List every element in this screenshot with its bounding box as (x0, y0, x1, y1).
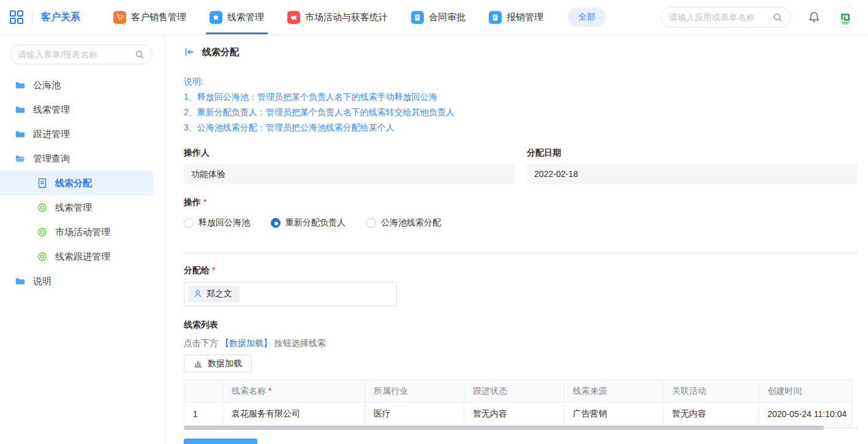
sidebar-item-lead-assign[interactable]: 线索分配 (0, 171, 153, 195)
sidebar-folder-follow-up[interactable]: 跟进管理 (0, 122, 165, 146)
sidebar-folder-instructions[interactable]: 说明 (0, 269, 165, 293)
hint-text: 按钮选择线索 (272, 338, 326, 348)
operator-input[interactable]: 功能体验 (184, 164, 515, 184)
folder-icon (15, 104, 26, 115)
report-icon (37, 251, 48, 262)
operator-label: 操作人 (184, 148, 515, 159)
sidebar-item-label: 公海池 (33, 80, 61, 91)
instruction-line: 1、释放回公海池：管理员把某个负责人名下的线索手动释放回公海 (184, 89, 858, 105)
assign-to-input[interactable]: 郑之文 (184, 282, 397, 306)
nav-tab-customer-sales[interactable]: 客户销售管理 (110, 0, 190, 34)
sidebar-search (10, 45, 153, 64)
user-tag[interactable]: 郑之文 (188, 286, 240, 303)
col-industry: 所属行业 (365, 380, 464, 402)
sidebar-folder-public-pool[interactable]: 公海池 (0, 73, 165, 97)
document-icon (411, 11, 424, 24)
receipt-icon (489, 11, 502, 24)
radio-icon[interactable] (184, 218, 194, 228)
sidebar: 公海池 线索管理 跟进管理 (0, 35, 165, 444)
sidebar-item-lead-manage-report[interactable]: 线索管理 (0, 195, 165, 220)
assign-date-label: 分配日期 (527, 148, 858, 159)
sidebar-folder-lead-management[interactable]: 线索管理 (0, 97, 165, 122)
search-icon (772, 12, 783, 23)
lead-table-header-row: 线索名称* 所属行业 跟进状态 线索来源 关联活动 创建时间 (184, 380, 852, 402)
scrollbar-thumb[interactable] (184, 426, 824, 430)
nav-tab-lead-management[interactable]: 线索管理 (206, 0, 268, 34)
radio-release-to-pool[interactable]: 释放回公海池 (184, 217, 250, 228)
sidebar-item-label: 线索管理 (33, 104, 70, 116)
cell-lead-name: 袁花服务有限公司 (223, 402, 365, 426)
instructions-block: 说明: 1、释放回公海池：管理员把某个负责人名下的线索手动释放回公海 2、重新分… (184, 74, 858, 135)
hint-load-link[interactable]: 【数据加载】 (221, 338, 272, 348)
sidebar-item-lead-follow-manage[interactable]: 线索跟进管理 (0, 244, 165, 269)
cart-icon (113, 11, 126, 24)
col-lead-name: 线索名称* (223, 380, 365, 402)
radio-label: 释放回公海池 (198, 217, 250, 228)
nav-tab-label: 客户销售管理 (131, 12, 186, 23)
app-tabs: 客户销售管理 线索管理 市场活动与获客统计 (94, 0, 547, 34)
person-icon (193, 289, 203, 299)
sidebar-item-market-activity-manage[interactable]: 市场活动管理 (0, 220, 165, 244)
search-icon (135, 50, 145, 59)
sidebar-item-label: 线索跟进管理 (55, 251, 110, 263)
page-title: 线索分配 (202, 47, 239, 58)
folder-icon (15, 80, 26, 91)
main-content: 线索分配 说明: 1、释放回公海池：管理员把某个负责人名下的线索手动释放回公海 … (165, 35, 868, 444)
nav-tab-label: 线索管理 (227, 12, 264, 23)
folder-icon (15, 276, 26, 287)
lead-list-title: 线索列表 (184, 320, 858, 331)
radio-icon-checked[interactable] (271, 218, 281, 228)
sidebar-item-label: 说明 (33, 276, 51, 287)
bar-chart-icon (194, 359, 203, 368)
report-icon (37, 202, 48, 213)
lead-table: 线索名称* 所属行业 跟进状态 线索来源 关联活动 创建时间 1 袁花服务有限公… (184, 380, 852, 426)
nav-tab-label: 市场活动与获客统计 (305, 12, 388, 23)
nav-tab-label: 报销管理 (507, 12, 543, 23)
lead-list-section: 线索列表 点击下方 【数据加载】 按钮选择线索 数据加载 (184, 320, 858, 432)
sidebar-folder-admin-query[interactable]: 管理查询 (0, 146, 165, 171)
hint-text: 点击下方 (184, 338, 221, 348)
assign-date-input[interactable]: 2022-02-18 (527, 164, 858, 184)
col-index (184, 380, 223, 402)
sidebar-tree: 公海池 线索管理 跟进管理 (0, 73, 165, 293)
star-icon (209, 11, 222, 24)
cell-industry: 医疗 (365, 402, 464, 426)
nav-tab-marketing-stats[interactable]: 市场活动与获客统计 (284, 0, 391, 34)
sidebar-item-label: 线索分配 (55, 178, 92, 189)
megaphone-icon (287, 11, 300, 24)
radio-pool-assign[interactable]: 公海池线索分配 (366, 217, 441, 228)
nav-tab-contract-approval[interactable]: 合同审批 (407, 0, 469, 34)
collapse-back-icon[interactable] (184, 47, 195, 58)
data-load-button-label: 数据加载 (208, 358, 242, 369)
cell-related-activity: 暂无内容 (663, 402, 759, 426)
submit-button[interactable]: 提交 (184, 438, 257, 444)
table-horizontal-scrollbar (184, 426, 858, 432)
data-load-button[interactable]: 数据加载 (184, 355, 252, 372)
notifications-bell-icon[interactable] (808, 11, 820, 23)
instructions-title: 说明: (184, 74, 858, 89)
radio-icon[interactable] (366, 218, 376, 228)
col-related-activity: 关联活动 (663, 380, 759, 402)
col-follow-status: 跟进状态 (464, 380, 564, 402)
apps-grid-icon[interactable] (9, 9, 25, 25)
radio-label: 重新分配负责人 (285, 217, 345, 228)
radio-reassign-owner[interactable]: 重新分配负责人 (271, 217, 345, 228)
topbar-search-input[interactable] (669, 12, 772, 22)
lead-list-hint: 点击下方 【数据加载】 按钮选择线索 (184, 338, 858, 349)
table-row: 1 袁花服务有限公司 医疗 暂无内容 广告营销 暂无内容 2020-05-24 … (184, 402, 852, 426)
nav-tab-expense-management[interactable]: 报销管理 (485, 0, 547, 34)
operation-field: 操作* 释放回公海池 重新分配负责人 公海池线索分配 (184, 197, 858, 228)
topbar-divider (32, 11, 32, 23)
report-icon (37, 227, 48, 238)
account-avatar[interactable] (834, 6, 857, 29)
col-label: 线索名称 (232, 386, 266, 396)
folder-open-icon (15, 153, 26, 164)
sidebar-search-input[interactable] (18, 50, 135, 59)
topbar-search (661, 7, 791, 28)
instruction-line: 2、重新分配负责人：管理员把某个负责人名下的线索转交给其他负责人 (184, 105, 858, 120)
all-apps-pill[interactable]: 全部 (568, 7, 606, 27)
workspace-title[interactable]: 客户关系 (41, 11, 80, 24)
sidebar-item-label: 线索管理 (55, 202, 92, 214)
assign-to-field: 分配给* 郑之文 (184, 265, 858, 306)
sidebar-item-label: 跟进管理 (33, 129, 70, 140)
